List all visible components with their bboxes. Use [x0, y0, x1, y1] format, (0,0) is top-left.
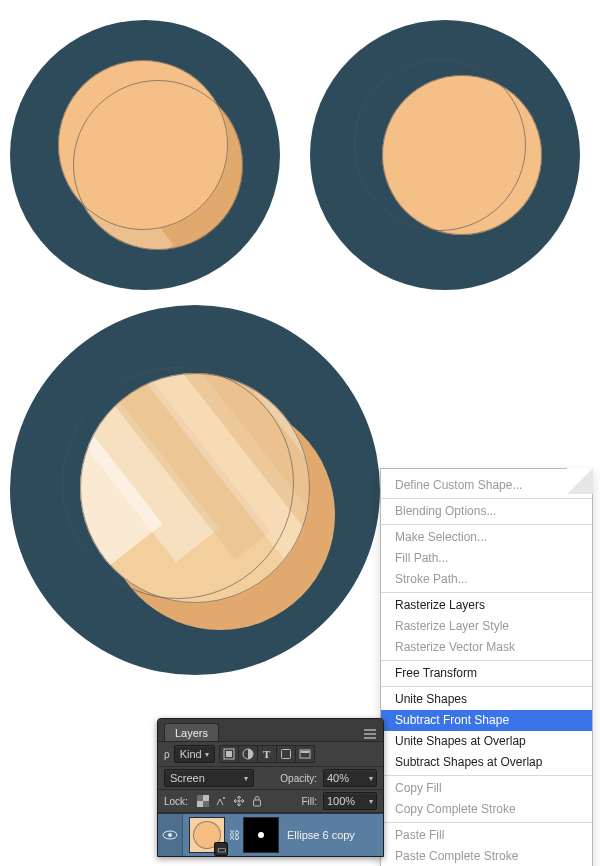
chevron-down-icon: ▾: [205, 750, 209, 759]
ctx-blending-options[interactable]: Blending Options...: [381, 501, 592, 522]
layer-row[interactable]: ▭ ⛓ Ellipse 6 copy: [158, 813, 383, 856]
subtract-badge-icon: ▭: [214, 842, 228, 856]
lock-position-icon[interactable]: [230, 793, 248, 809]
ctx-copy-complete-stroke[interactable]: Copy Complete Stroke: [381, 799, 592, 820]
layers-tabbar: Layers: [158, 719, 383, 742]
lock-icons: [194, 793, 266, 809]
svg-rect-8: [203, 801, 209, 807]
menu-separator: [381, 660, 592, 661]
ctx-make-selection[interactable]: Make Selection...: [381, 527, 592, 548]
demo-coin-large: [10, 305, 380, 675]
svg-point-9: [223, 797, 225, 799]
link-icon[interactable]: ⛓: [229, 829, 239, 841]
ctx-rasterize-layers[interactable]: Rasterize Layers: [381, 595, 592, 616]
filter-shape-icon[interactable]: [276, 745, 296, 763]
demo-coin-top-right: [310, 20, 580, 290]
layers-tab[interactable]: Layers: [164, 723, 219, 741]
ctx-free-transform[interactable]: Free Transform: [381, 663, 592, 684]
layer-thumbnail[interactable]: ▭: [189, 817, 225, 853]
menu-separator: [381, 822, 592, 823]
filter-pixel-icon[interactable]: [219, 745, 239, 763]
lock-all-icon[interactable]: [248, 793, 266, 809]
layer-name[interactable]: Ellipse 6 copy: [287, 829, 355, 841]
svg-rect-10: [253, 800, 260, 806]
demo-coin-top-left: [10, 20, 280, 290]
menu-fold-corner: [567, 468, 593, 494]
lock-image-icon[interactable]: [212, 793, 230, 809]
opacity-value: 40%: [327, 772, 349, 784]
ctx-paste-complete-stroke[interactable]: Paste Complete Stroke: [381, 846, 592, 866]
ellipse-path-outline: [382, 75, 542, 235]
chevron-down-icon: ▾: [369, 797, 373, 806]
filter-type-icon[interactable]: T: [257, 745, 277, 763]
context-menu: Define Custom Shape... Blending Options.…: [380, 468, 593, 866]
svg-rect-7: [197, 795, 203, 801]
layers-panel[interactable]: Layers ρ Kind ▾ T Screen ▾: [157, 718, 384, 857]
chevron-down-icon: ▾: [244, 774, 248, 783]
visibility-eye-icon[interactable]: [158, 814, 183, 856]
filter-kind-value: Kind: [180, 748, 202, 760]
ctx-stroke-path[interactable]: Stroke Path...: [381, 569, 592, 590]
filter-smart-icon[interactable]: [295, 745, 315, 763]
ctx-define-custom-shape[interactable]: Define Custom Shape...: [381, 475, 592, 496]
filter-adjustment-icon[interactable]: [238, 745, 258, 763]
ctx-subtract-front-shape[interactable]: Subtract Front Shape: [381, 710, 592, 731]
vector-mask-thumbnail[interactable]: [243, 817, 279, 853]
ctx-paste-fill[interactable]: Paste Fill: [381, 825, 592, 846]
fill-input[interactable]: 100% ▾: [323, 792, 377, 810]
ctx-unite-shapes[interactable]: Unite Shapes: [381, 689, 592, 710]
opacity-input[interactable]: 40% ▾: [323, 769, 377, 787]
menu-separator: [381, 524, 592, 525]
filter-kind-dropdown[interactable]: Kind ▾: [174, 745, 215, 763]
ellipse-path-outline: [73, 80, 243, 250]
opacity-label: Opacity:: [280, 773, 317, 784]
svg-rect-1: [226, 751, 232, 757]
blend-mode-value: Screen: [170, 772, 205, 784]
svg-rect-3: [281, 750, 290, 759]
lock-label: Lock:: [164, 796, 188, 807]
svg-point-12: [168, 833, 172, 837]
fill-value: 100%: [327, 795, 355, 807]
blend-opacity-row: Screen ▾ Opacity: 40% ▾: [158, 767, 383, 790]
panel-menu-icon[interactable]: [363, 729, 377, 739]
svg-rect-5: [301, 751, 309, 753]
ctx-rasterize-vector-mask[interactable]: Rasterize Vector Mask: [381, 637, 592, 658]
chevron-down-icon: ▾: [369, 774, 373, 783]
menu-separator: [381, 686, 592, 687]
lock-transparent-icon[interactable]: [194, 793, 212, 809]
menu-separator: [381, 498, 592, 499]
menu-separator: [381, 775, 592, 776]
ctx-subtract-shapes-at-overlap[interactable]: Subtract Shapes at Overlap: [381, 752, 592, 773]
ctx-rasterize-layer-style[interactable]: Rasterize Layer Style: [381, 616, 592, 637]
ellipse-path-outline: [80, 373, 310, 603]
layers-filter-row: ρ Kind ▾ T: [158, 742, 383, 767]
menu-separator: [381, 592, 592, 593]
ctx-fill-path[interactable]: Fill Path...: [381, 548, 592, 569]
blend-mode-dropdown[interactable]: Screen ▾: [164, 769, 254, 787]
lock-fill-row: Lock: Fill: 100% ▾: [158, 790, 383, 813]
fill-label: Fill:: [301, 796, 317, 807]
ctx-unite-shapes-at-overlap[interactable]: Unite Shapes at Overlap: [381, 731, 592, 752]
filter-kind-label: ρ: [164, 749, 170, 760]
ctx-copy-fill[interactable]: Copy Fill: [381, 778, 592, 799]
layer-type-filter-buttons: T: [219, 745, 315, 763]
